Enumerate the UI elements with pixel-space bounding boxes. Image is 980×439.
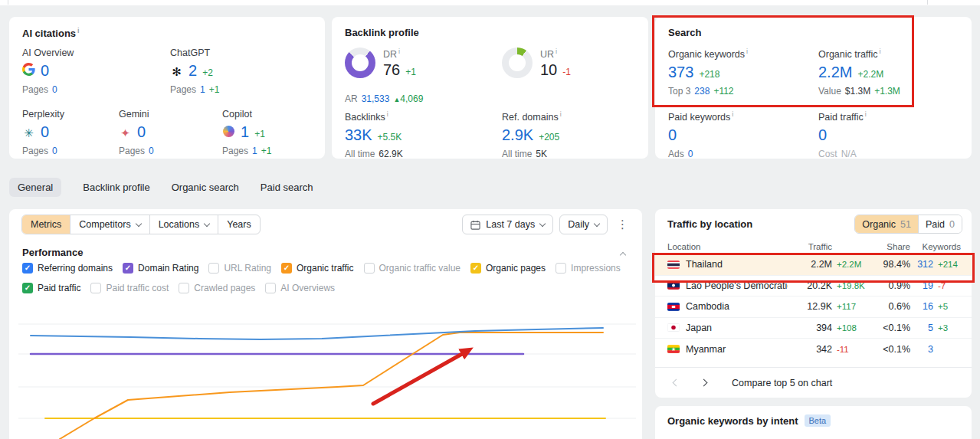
copilot-value[interactable]: 1 xyxy=(241,123,249,140)
backlink-profile-card: Backlink profile DRi 76 +1 AR 31,533 ▲4,… xyxy=(332,17,648,159)
granularity-dropdown[interactable]: Daily xyxy=(559,215,608,234)
paid-keywords-metric: Paid keywordsi 0 Ads0 xyxy=(668,110,733,159)
checkbox-checked-icon: ✓ xyxy=(22,283,33,293)
tab-organic-search[interactable]: Organic search xyxy=(172,182,239,193)
japan-flag xyxy=(667,323,680,332)
up-triangle-icon: ▲ xyxy=(393,96,400,103)
ur-donut xyxy=(502,48,533,78)
google-icon xyxy=(22,63,35,76)
checkbox-url-rating[interactable]: URL Rating xyxy=(208,263,271,274)
ai-overview-value[interactable]: 0 xyxy=(41,62,49,79)
chatgpt-icon: ✻ xyxy=(170,65,183,78)
cambodia-flag xyxy=(667,303,680,311)
collapse-section-chevron[interactable] xyxy=(620,252,626,258)
dr-value: 76 xyxy=(383,61,400,78)
domain-rating-block: DRi 76 +1 xyxy=(345,48,416,78)
report-tabs: General Backlink profile Organic search … xyxy=(9,177,313,198)
date-range-dropdown[interactable]: Last 7 days xyxy=(462,215,553,234)
checkbox-referring-domains[interactable]: ✓Referring domains xyxy=(22,263,113,274)
table-row-myanmar[interactable]: ★Myanmar 342 -11 <0.1% 3 xyxy=(655,339,972,360)
chart-toolbar-left: Metrics Competitors Locations Years xyxy=(21,215,261,234)
info-icon[interactable]: i xyxy=(77,27,80,34)
paid-toggle[interactable]: Paid0 xyxy=(918,215,962,233)
chatgpt-metric: ChatGPT ✻ 2 +2 Pages1+1 xyxy=(170,48,219,95)
gemini-icon: ✦ xyxy=(119,126,132,139)
checkbox-unchecked-icon xyxy=(90,283,101,293)
ur-value: 10 xyxy=(540,61,557,78)
backlinks-value[interactable]: 33K xyxy=(345,126,372,143)
backlinks-metric: Backlinksi 33K +5.5K All time62.9K xyxy=(345,110,403,159)
chevron-down-icon xyxy=(594,220,600,226)
years-button[interactable]: Years xyxy=(218,215,260,234)
perplexity-metric: Perplexity ✳ 0 Pages0 xyxy=(22,109,64,156)
info-icon[interactable]: i xyxy=(398,48,400,55)
checkbox-organic-traffic-value[interactable]: Organic traffic value xyxy=(364,263,461,274)
paid-traffic-value[interactable]: 0 xyxy=(818,126,827,143)
tab-general[interactable]: General xyxy=(9,178,61,197)
compare-top5-link[interactable]: Compare top 5 on chart xyxy=(732,378,832,388)
metric-checkboxes: ✓Referring domains ✓Domain Rating URL Ra… xyxy=(22,263,640,293)
traffic-by-location-card: Traffic by location Organic51 Paid0 Loca… xyxy=(655,209,972,398)
checkbox-domain-rating[interactable]: ✓Domain Rating xyxy=(123,263,198,274)
checkbox-organic-traffic[interactable]: ✓Organic traffic xyxy=(281,263,353,274)
url-rating-block: URi 10 -1 xyxy=(502,48,571,78)
checkbox-checked-icon: ✓ xyxy=(22,263,33,274)
ref-domains-value[interactable]: 2.9K xyxy=(502,126,533,143)
locations-dropdown[interactable]: Locations xyxy=(149,215,218,234)
gemini-value[interactable]: 0 xyxy=(137,123,146,140)
table-row-cambodia[interactable]: Cambodia 12.9K +117 0.6% 16 +5 xyxy=(655,296,972,318)
performance-chart xyxy=(9,303,642,439)
ref-domains-metric: Ref. domainsi 2.9K +205 All time5K xyxy=(502,110,562,159)
chart-toolbar-right: Last 7 days Daily ⋮ xyxy=(462,215,631,234)
keywords-by-intent-title: Organic keywords by intent xyxy=(667,415,798,427)
chatgpt-value[interactable]: 2 xyxy=(188,62,197,79)
beta-badge: Beta xyxy=(805,414,831,427)
info-icon[interactable]: i xyxy=(865,110,867,118)
next-page-button[interactable] xyxy=(695,375,712,391)
performance-chart-card: Metrics Competitors Locations Years Last… xyxy=(9,209,642,439)
info-icon[interactable]: i xyxy=(387,110,388,118)
chevron-down-icon xyxy=(135,220,141,226)
competitors-dropdown[interactable]: Competitors xyxy=(70,215,149,234)
checkbox-checked-icon: ✓ xyxy=(123,263,133,274)
metrics-button[interactable]: Metrics xyxy=(22,215,70,234)
organic-paid-toggle: Organic51 Paid0 xyxy=(854,215,962,234)
search-highlight-box xyxy=(652,15,914,107)
ahrefs-rank: AR 31,533 ▲4,069 xyxy=(345,93,423,104)
ai-citations-title: AI citationsi xyxy=(22,27,80,39)
info-icon[interactable]: i xyxy=(560,110,562,118)
perplexity-icon: ✳ xyxy=(22,126,35,139)
table-row-japan[interactable]: Japan 394 +108 <0.1% 5 +3 xyxy=(655,318,972,339)
ai-citations-card: AI citationsi AI Overview 0 Pages0 ChatG… xyxy=(9,17,325,159)
tab-backlink-profile[interactable]: Backlink profile xyxy=(83,182,149,193)
checkbox-paid-traffic[interactable]: ✓Paid traffic xyxy=(22,283,80,293)
checkbox-crawled-pages[interactable]: Crawled pages xyxy=(179,283,255,293)
svg-text:★: ★ xyxy=(671,346,676,352)
calendar-icon xyxy=(470,220,480,230)
more-options-button[interactable]: ⋮ xyxy=(614,218,631,231)
info-icon[interactable]: i xyxy=(732,110,733,118)
paid-keywords-value[interactable]: 0 xyxy=(668,126,677,143)
traffic-table-footer: Compare top 5 on chart xyxy=(655,367,972,398)
tab-paid-search[interactable]: Paid search xyxy=(261,182,313,193)
organic-toggle[interactable]: Organic51 xyxy=(855,215,918,233)
checkbox-checked-icon: ✓ xyxy=(281,263,292,274)
perplexity-value[interactable]: 0 xyxy=(41,123,49,140)
checkbox-impressions[interactable]: Impressions xyxy=(556,263,621,274)
myanmar-flag: ★ xyxy=(667,345,680,353)
paid-traffic-metric: Paid traffici 0 CostN/A xyxy=(818,110,867,159)
info-icon[interactable]: i xyxy=(556,48,557,55)
checkbox-unchecked-icon xyxy=(265,283,276,293)
ai-overview-metric: AI Overview 0 Pages0 xyxy=(22,48,74,95)
ahrefs-dashboard: { "glyphs": { "check": "✓", "kebab": "⋮"… xyxy=(0,0,980,439)
backlink-profile-title: Backlink profile xyxy=(345,27,419,38)
checkbox-unchecked-icon xyxy=(364,263,375,274)
scrolled-card-edge xyxy=(0,0,980,5)
checkbox-checked-icon: ✓ xyxy=(470,263,481,274)
checkbox-unchecked-icon xyxy=(179,283,189,293)
keywords-by-intent-card: Organic keywords by intent Beta xyxy=(655,406,972,439)
prev-page-button[interactable] xyxy=(667,375,684,391)
checkbox-ai-overviews[interactable]: AI Overviews xyxy=(265,283,335,293)
checkbox-paid-traffic-cost[interactable]: Paid traffic cost xyxy=(90,283,169,293)
checkbox-organic-pages[interactable]: ✓Organic pages xyxy=(470,263,546,274)
